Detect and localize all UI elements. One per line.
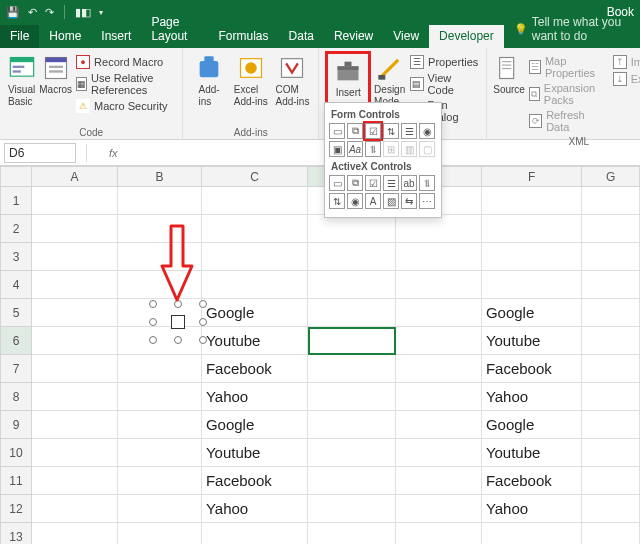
cell-G6[interactable] — [582, 327, 640, 355]
qat-customize-icon[interactable]: ▾ — [99, 8, 103, 17]
cell-E12[interactable] — [396, 495, 482, 523]
cell-F7[interactable]: Facebook — [481, 355, 582, 383]
cell-D4[interactable] — [308, 271, 396, 299]
form-option[interactable]: ◉ — [419, 123, 435, 139]
cell-D11[interactable] — [308, 467, 396, 495]
cell-D8[interactable] — [308, 383, 396, 411]
cell-B12[interactable] — [117, 495, 201, 523]
cell-B4[interactable] — [117, 271, 201, 299]
cell-D5[interactable] — [308, 299, 396, 327]
ax-button[interactable]: ▭ — [329, 175, 345, 191]
addins-button[interactable]: Add- ins — [189, 52, 229, 107]
ax-combo[interactable]: ⧉ — [347, 175, 363, 191]
col-header-C[interactable]: C — [201, 167, 307, 187]
cell-D12[interactable] — [308, 495, 396, 523]
row-header-3[interactable]: 3 — [1, 243, 32, 271]
form-textfield[interactable]: ⊞ — [383, 141, 399, 157]
cell-G4[interactable] — [582, 271, 640, 299]
cell-G5[interactable] — [582, 299, 640, 327]
excel-addins-button[interactable]: Excel Add-ins — [231, 52, 271, 107]
ax-image[interactable]: ▨ — [383, 193, 399, 209]
cell-E13[interactable] — [396, 523, 482, 545]
form-list[interactable]: ☰ — [401, 123, 417, 139]
cell-B1[interactable] — [117, 187, 201, 215]
cell-E7[interactable] — [396, 355, 482, 383]
tab-page-layout[interactable]: Page Layout — [141, 11, 208, 48]
ax-spin[interactable]: ⇅ — [329, 193, 345, 209]
cell-F8[interactable]: Yahoo — [481, 383, 582, 411]
ax-more[interactable]: ⋯ — [419, 193, 435, 209]
cell-A1[interactable] — [32, 187, 118, 215]
cell-C11[interactable]: Facebook — [201, 467, 307, 495]
cell-A7[interactable] — [32, 355, 118, 383]
cell-C6[interactable]: Youtube — [201, 327, 307, 355]
cell-F3[interactable] — [481, 243, 582, 271]
resize-handle[interactable] — [149, 318, 157, 326]
cell-D2[interactable] — [308, 215, 396, 243]
col-header-A[interactable]: A — [32, 167, 118, 187]
cell-F2[interactable] — [481, 215, 582, 243]
cell-A11[interactable] — [32, 467, 118, 495]
cell-A6[interactable] — [32, 327, 118, 355]
cell-G8[interactable] — [582, 383, 640, 411]
select-all-corner[interactable] — [1, 167, 32, 187]
row-header-8[interactable]: 8 — [1, 383, 32, 411]
cell-A8[interactable] — [32, 383, 118, 411]
cell-A9[interactable] — [32, 411, 118, 439]
ax-check[interactable]: ☑ — [365, 175, 381, 191]
col-header-F[interactable]: F — [481, 167, 582, 187]
relative-references-button[interactable]: ▦Use Relative References — [74, 71, 176, 97]
cell-B9[interactable] — [117, 411, 201, 439]
macros-button[interactable]: Macros — [39, 52, 72, 96]
cell-E5[interactable] — [396, 299, 482, 327]
form-label[interactable]: Aa — [347, 141, 363, 157]
ax-scroll[interactable]: ⥮ — [419, 175, 435, 191]
cell-B8[interactable] — [117, 383, 201, 411]
touch-mode-icon[interactable]: ▮◧ — [75, 6, 91, 19]
cell-F11[interactable]: Facebook — [481, 467, 582, 495]
row-header-7[interactable]: 7 — [1, 355, 32, 383]
resize-handle[interactable] — [199, 300, 207, 308]
resize-handle[interactable] — [149, 300, 157, 308]
cell-F5[interactable]: Google — [481, 299, 582, 327]
resize-handle[interactable] — [199, 336, 207, 344]
row-header-10[interactable]: 10 — [1, 439, 32, 467]
tab-data[interactable]: Data — [279, 25, 324, 48]
ax-option[interactable]: ◉ — [347, 193, 363, 209]
cell-B2[interactable] — [117, 215, 201, 243]
col-header-G[interactable]: G — [582, 167, 640, 187]
name-box[interactable]: D6 — [4, 143, 76, 163]
cell-D10[interactable] — [308, 439, 396, 467]
cell-C13[interactable] — [201, 523, 307, 545]
resize-handle[interactable] — [199, 318, 207, 326]
cell-C3[interactable] — [201, 243, 307, 271]
row-header-1[interactable]: 1 — [1, 187, 32, 215]
tab-view[interactable]: View — [383, 25, 429, 48]
row-header-5[interactable]: 5 — [1, 299, 32, 327]
cell-G12[interactable] — [582, 495, 640, 523]
row-header-13[interactable]: 13 — [1, 523, 32, 545]
form-group[interactable]: ▣ — [329, 141, 345, 157]
record-macro-button[interactable]: ●Record Macro — [74, 54, 176, 70]
cell-A12[interactable] — [32, 495, 118, 523]
worksheet-grid[interactable]: ABCDEFG12345GoogleGoogle6YoutubeYoutube7… — [0, 166, 640, 544]
tab-insert[interactable]: Insert — [91, 25, 141, 48]
form-dialog[interactable]: ▢ — [419, 141, 435, 157]
row-header-11[interactable]: 11 — [1, 467, 32, 495]
cell-E3[interactable] — [396, 243, 482, 271]
cell-C5[interactable]: Google — [201, 299, 307, 327]
resize-handle[interactable] — [174, 336, 182, 344]
cell-C12[interactable]: Yahoo — [201, 495, 307, 523]
tab-file[interactable]: File — [0, 25, 39, 48]
cell-C10[interactable]: Youtube — [201, 439, 307, 467]
cell-C1[interactable] — [201, 187, 307, 215]
cell-G13[interactable] — [582, 523, 640, 545]
tab-formulas[interactable]: Formulas — [209, 25, 279, 48]
visual-basic-button[interactable]: Visual Basic — [6, 52, 37, 107]
cell-B7[interactable] — [117, 355, 201, 383]
cell-G10[interactable] — [582, 439, 640, 467]
cell-C7[interactable]: Facebook — [201, 355, 307, 383]
cell-D7[interactable] — [308, 355, 396, 383]
resize-handle[interactable] — [174, 300, 182, 308]
macro-security-button[interactable]: ⚠Macro Security — [74, 98, 176, 114]
